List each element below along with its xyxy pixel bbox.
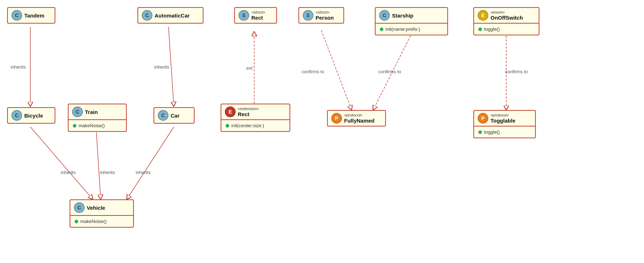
box-car: C Car [154, 107, 195, 124]
box-bicycle: C Bicycle [7, 107, 55, 124]
box-rect-ext: E «extension» Rect init(center:size:) [221, 104, 290, 132]
diagram-canvas: C Tandem C Bicycle C Train makeNoise() C… [0, 0, 644, 263]
box-vehicle: C Vehicle makeNoise() [70, 199, 134, 228]
tandem-header: C Tandem [8, 8, 55, 23]
togglable-method-1: toggle() [478, 129, 531, 135]
box-tandem: C Tandem [7, 7, 55, 24]
vehicle-method-1: makeNoise() [75, 219, 129, 224]
train-icon: C [72, 106, 83, 117]
label-inherits3: inherits [61, 170, 76, 175]
starship-icon: C [379, 10, 390, 21]
train-body: makeNoise() [69, 120, 126, 131]
box-starship: C Starship init(name:prefix:) [375, 7, 448, 35]
car-title: Car [171, 113, 180, 119]
togglable-stereotype: «protocol» [490, 113, 515, 118]
vehicle-body: makeNoise() [70, 216, 133, 227]
bicycle-title: Bicycle [24, 113, 43, 119]
rect-ext-body: init(center:size:) [221, 120, 290, 131]
tandem-icon: C [11, 10, 22, 21]
vehicle-icon: C [74, 202, 85, 213]
onoffswitch-title: OnOffSwitch [490, 15, 523, 21]
person-struct-stereotype: «struct» [316, 10, 334, 15]
train-dot-1 [73, 124, 76, 128]
label-inherits1: inherits [11, 64, 26, 70]
svg-line-5 [96, 132, 101, 199]
person-struct-title: Person [316, 15, 334, 21]
onoffswitch-body: toggle() [474, 24, 539, 35]
svg-line-4 [30, 127, 93, 199]
svg-line-9 [373, 36, 411, 110]
starship-title: Starship [392, 13, 413, 19]
label-inherits2: inherits [154, 64, 169, 70]
rect-ext-header: E «extension» Rect [221, 104, 290, 120]
box-onoffswitch: E «enum» OnOffSwitch toggle() [473, 7, 539, 35]
train-title: Train [85, 109, 98, 115]
togglable-header: P «protocol» Togglable [474, 111, 535, 126]
vehicle-title: Vehicle [87, 205, 105, 211]
train-method-1: makeNoise() [73, 123, 122, 128]
rect-struct-title: Rect [251, 15, 265, 21]
person-struct-header: S «struct» Person [299, 8, 343, 23]
tandem-title: Tandem [24, 13, 44, 19]
fullynamed-title: FullyNamed [344, 118, 374, 124]
vehicle-header: C Vehicle [70, 200, 133, 216]
starship-header: C Starship [376, 8, 447, 24]
box-person-struct: S «struct» Person [298, 7, 344, 24]
onoffswitch-method-label-1: toggle() [484, 26, 500, 32]
svg-line-3 [168, 27, 174, 106]
car-icon: C [158, 110, 168, 121]
box-fullynamed: P «protocol» FullyNamed [327, 110, 386, 126]
fullynamed-header: P «protocol» FullyNamed [328, 111, 385, 126]
train-method-label-1: makeNoise() [79, 123, 105, 128]
togglable-icon: P [478, 113, 488, 124]
fullynamed-stereotype: «protocol» [344, 113, 374, 118]
onoffswitch-stereotype: «enum» [490, 10, 523, 15]
label-confirms1: confirms to [302, 69, 324, 74]
rect-struct-icon: S [238, 10, 249, 21]
train-header: C Train [69, 104, 126, 120]
rect-ext-stereotype: «extension» [238, 106, 259, 111]
svg-line-6 [127, 127, 174, 199]
box-rect-struct: S «struct» Rect [234, 7, 277, 24]
vehicle-method-label-1: makeNoise() [80, 219, 107, 224]
vehicle-dot-1 [75, 220, 78, 223]
svg-line-8 [321, 30, 352, 110]
onoffswitch-header: E «enum» OnOffSwitch [474, 8, 539, 24]
togglable-method-label-1: toggle() [484, 129, 500, 135]
label-inherits4: inherits [100, 170, 115, 175]
rect-ext-method-1: init(center:size:) [226, 123, 285, 128]
person-struct-icon: S [303, 10, 313, 21]
label-confirms3: confirms to [505, 69, 528, 74]
rect-struct-stereotype: «struct» [251, 10, 265, 15]
box-togglable: P «protocol» Togglable toggle() [473, 110, 536, 138]
onoffswitch-icon: E [478, 10, 488, 21]
automaticcar-header: C AutomaticCar [138, 8, 203, 23]
starship-dot-1 [380, 28, 383, 31]
label-ext: ext [246, 65, 252, 71]
automaticcar-icon: C [142, 10, 152, 21]
rect-ext-icon: E [225, 106, 236, 117]
box-automaticcar: C AutomaticCar [137, 7, 203, 24]
starship-body: init(name:prefix:) [376, 24, 447, 35]
label-confirms2: confirms to [378, 69, 401, 74]
starship-method-1: init(name:prefix:) [380, 26, 443, 32]
box-train: C Train makeNoise() [68, 104, 127, 132]
starship-method-label-1: init(name:prefix:) [386, 26, 420, 32]
togglable-title: Togglable [490, 118, 515, 124]
fullynamed-icon: P [331, 113, 342, 124]
rect-ext-dot-1 [226, 124, 229, 128]
rect-ext-method-label-1: init(center:size:) [231, 123, 264, 128]
rect-struct-header: S «struct» Rect [235, 8, 276, 23]
bicycle-header: C Bicycle [8, 108, 55, 123]
onoffswitch-dot-1 [478, 28, 482, 31]
togglable-body: toggle() [474, 126, 535, 138]
label-inherits5: inherits [136, 170, 151, 175]
onoffswitch-method-1: toggle() [478, 26, 534, 32]
rect-ext-title: Rect [238, 111, 259, 117]
car-header: C Car [154, 108, 194, 123]
bicycle-icon: C [11, 110, 22, 121]
automaticcar-title: AutomaticCar [155, 13, 190, 19]
togglable-dot-1 [478, 130, 482, 134]
